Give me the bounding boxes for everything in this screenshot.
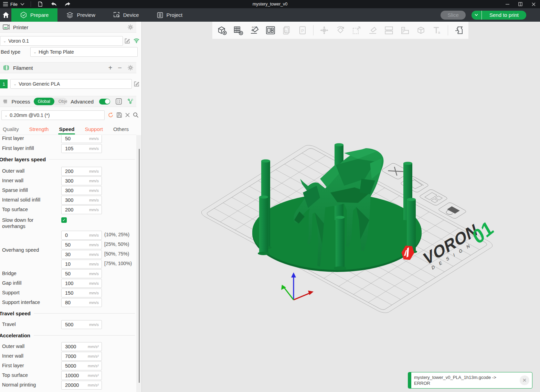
lay-on-face-button[interactable] — [367, 25, 378, 36]
tab-strength[interactable]: Strength — [29, 123, 49, 134]
new-project-button[interactable] — [37, 1, 43, 7]
send-to-print-button[interactable]: Send to print — [472, 11, 526, 20]
setting-input[interactable] — [62, 207, 84, 213]
auto-orient-button[interactable]: AUTO — [249, 25, 260, 36]
arrange-button[interactable] — [265, 25, 276, 36]
notification-toast: mystery_tower_v0_PLA_1h13m.gcode -> ERRO… — [408, 372, 532, 389]
svg-text:a: a — [438, 30, 441, 34]
setting-input[interactable] — [62, 136, 84, 141]
value-box: mm/s — [61, 279, 102, 288]
paste-button[interactable]: P — [297, 25, 308, 36]
tab-device[interactable]: Device — [104, 8, 148, 22]
add-text-button[interactable]: a — [432, 25, 443, 36]
setting-input[interactable] — [62, 363, 84, 369]
speed-settings-list: First layer mm/s First layer infill mm/s… — [0, 135, 136, 392]
filament-edit-icon[interactable] — [134, 81, 139, 87]
advanced-toggle[interactable] — [99, 99, 110, 105]
home-button[interactable] — [0, 8, 11, 22]
bed-type-select[interactable]: ⌄ High Temp Plate — [30, 47, 138, 57]
setting-input[interactable] — [62, 178, 84, 184]
viewport-toolbar: AUTO 0 P a — [212, 22, 468, 39]
process-scope-toggle[interactable]: Global Objects — [34, 98, 67, 105]
unit-label: mm/s — [89, 252, 102, 257]
close-button[interactable] — [527, 0, 540, 8]
setting-input[interactable] — [62, 281, 84, 286]
printer-wifi-icon[interactable] — [133, 38, 140, 43]
filament-select[interactable]: ⌄ Voron Generic PLA — [10, 79, 132, 89]
chevron-down-icon[interactable] — [20, 3, 24, 6]
move-button[interactable] — [319, 25, 330, 36]
section-other-layers: Other layers speed — [0, 156, 135, 163]
notification-close-button[interactable]: ✕ — [520, 375, 529, 385]
setting-input[interactable] — [62, 373, 84, 378]
preset-chevron: ⌄ — [4, 113, 8, 118]
maximize-button[interactable] — [514, 0, 527, 8]
setting-input[interactable] — [62, 353, 84, 359]
scope-global[interactable]: Global — [34, 98, 54, 105]
setting-input[interactable] — [62, 197, 84, 203]
value-box: mm/s² — [61, 371, 102, 380]
add-filament-button[interactable]: + — [108, 64, 113, 71]
filament-slot-badge: 1 — [0, 79, 8, 88]
file-menu[interactable]: File — [3, 2, 18, 7]
setting-input[interactable] — [62, 290, 84, 296]
redo-button[interactable] — [65, 1, 71, 7]
model-pillar[interactable] — [405, 198, 417, 254]
printer-settings-gear-icon[interactable] — [127, 24, 134, 30]
undo-button[interactable] — [51, 1, 57, 7]
setting-input[interactable] — [62, 168, 84, 174]
slice-button[interactable]: Slice — [441, 11, 466, 20]
filament-settings-gear-icon[interactable] — [127, 65, 134, 71]
tab-preview-label: Preview — [77, 12, 95, 18]
assembly-view-button[interactable] — [453, 25, 464, 36]
scale-button[interactable] — [351, 25, 362, 36]
tab-others[interactable]: Others — [113, 123, 129, 134]
tab-speed[interactable]: Speed — [59, 123, 74, 134]
copy-button[interactable]: 0 — [281, 25, 292, 36]
printer-edit-icon[interactable] — [124, 38, 130, 44]
model-pillar[interactable] — [334, 216, 346, 270]
setting-input[interactable] — [62, 261, 84, 267]
tab-device-label: Device — [123, 12, 139, 18]
tab-prepare[interactable]: Prepare — [11, 8, 57, 22]
tab-preview[interactable]: Preview — [57, 8, 104, 22]
minimize-button[interactable] — [501, 0, 514, 8]
printer-select[interactable]: ⌄ Voron 0.1 — [0, 36, 123, 46]
scrollbar-thumb[interactable] — [139, 149, 140, 383]
clear-preset-icon[interactable] — [125, 112, 130, 118]
setting-input[interactable] — [62, 300, 84, 305]
mesh-boolean-button[interactable] — [415, 25, 426, 36]
search-icon[interactable] — [133, 112, 139, 118]
model-pillar[interactable] — [258, 196, 269, 255]
reset-preset-icon[interactable] — [108, 112, 114, 118]
setting-input[interactable] — [62, 252, 84, 257]
tab-quality[interactable]: Quality — [3, 123, 19, 134]
setting-label: Normal printing — [2, 382, 36, 388]
settings-list-icon[interactable] — [116, 98, 122, 105]
viewport-3d[interactable]: VORON D E S I G N 01 AUTO 0 P — [142, 22, 540, 392]
slowdown-checkbox[interactable]: ✓ — [61, 217, 67, 223]
printer-header-label: Printer — [13, 24, 28, 30]
scope-objects[interactable]: Objects — [54, 98, 67, 105]
tab-support[interactable]: Support — [85, 123, 103, 134]
setting-input[interactable] — [62, 271, 84, 276]
setting-input[interactable] — [62, 188, 84, 193]
split-button[interactable] — [383, 25, 394, 36]
preset-select[interactable]: ⌄ 0.20mm @V0.1 (*) — [1, 110, 105, 120]
sidebar-scrollbar[interactable] — [136, 135, 141, 392]
setting-input[interactable] — [62, 382, 84, 388]
setting-input[interactable] — [62, 146, 84, 151]
variable-layer-height-button[interactable] — [400, 25, 411, 36]
filament-icon — [3, 65, 10, 71]
save-preset-icon[interactable] — [116, 112, 122, 118]
setting-input[interactable] — [62, 344, 84, 349]
setting-input[interactable] — [62, 322, 84, 327]
tab-project[interactable]: Project — [148, 8, 192, 22]
setting-input[interactable] — [62, 232, 84, 238]
add-plate-button[interactable] — [233, 25, 244, 36]
send-options-chevron[interactable] — [472, 11, 482, 20]
add-object-button[interactable] — [216, 25, 227, 36]
compare-presets-icon[interactable] — [127, 98, 134, 105]
remove-filament-button[interactable]: − — [118, 64, 122, 71]
rotate-button[interactable] — [335, 25, 346, 36]
